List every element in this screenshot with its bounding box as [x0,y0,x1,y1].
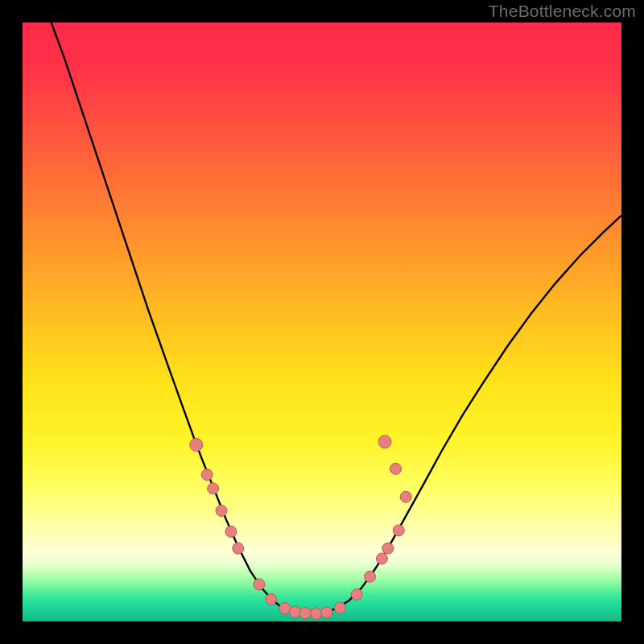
svg-rect-0 [23,23,621,621]
background-gradient [23,23,621,621]
watermark-text: TheBottleneck.com [489,2,636,21]
plot-area [23,23,621,621]
chart-frame: TheBottleneck.com [0,0,644,644]
